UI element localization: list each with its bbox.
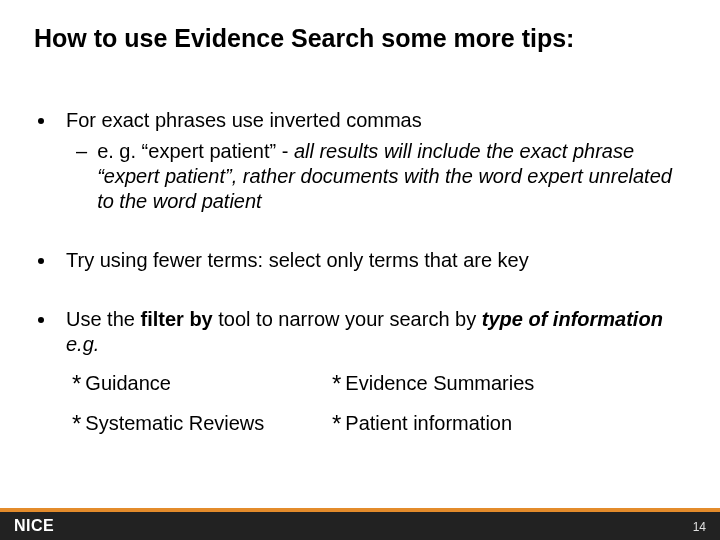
star-item-guidance: *Guidance xyxy=(72,369,312,399)
bullet-item-3: Use the filter by tool to narrow your se… xyxy=(34,307,680,357)
star-icon: * xyxy=(72,370,81,397)
b3-seg4: type of information xyxy=(482,308,663,330)
b3-seg5: e.g. xyxy=(66,333,99,355)
bullet-item-2: Try using fewer terms: select only terms… xyxy=(34,248,680,273)
star-grid: *Guidance *Evidence Summaries *Systemati… xyxy=(72,369,680,439)
spacer xyxy=(34,220,680,248)
star-item-patient-information: *Patient information xyxy=(332,409,680,439)
b3-seg1: Use the xyxy=(66,308,140,330)
spacer xyxy=(34,279,680,307)
sub-lead: e. g. “expert patient” - xyxy=(97,140,294,162)
star-label: Patient information xyxy=(345,412,512,434)
bullet-item-1: For exact phrases use inverted commas xyxy=(34,108,680,133)
slide: How to use Evidence Search some more tip… xyxy=(0,0,720,540)
nice-logo: NICE xyxy=(14,517,54,535)
star-icon: * xyxy=(332,370,341,397)
star-label: Guidance xyxy=(85,372,171,394)
bullet-2-text: Try using fewer terms: select only terms… xyxy=(66,248,529,273)
slide-body: For exact phrases use inverted commas – … xyxy=(34,108,680,439)
bullet-1-sub: – e. g. “expert patient” - all results w… xyxy=(76,139,680,214)
bullet-3-text: Use the filter by tool to narrow your se… xyxy=(66,307,680,357)
page-number: 14 xyxy=(693,520,706,534)
footer: NICE 14 xyxy=(0,512,720,540)
bullet-1-sub-text: e. g. “expert patient” - all results wil… xyxy=(97,139,680,214)
bullet-1-text: For exact phrases use inverted commas xyxy=(66,108,422,133)
star-item-systematic-reviews: *Systematic Reviews xyxy=(72,409,312,439)
star-label: Systematic Reviews xyxy=(85,412,264,434)
bullet-dot-icon xyxy=(38,118,44,124)
slide-title: How to use Evidence Search some more tip… xyxy=(34,24,686,53)
dash-icon: – xyxy=(76,139,87,164)
star-icon: * xyxy=(332,410,341,437)
b3-seg2: filter by xyxy=(140,308,212,330)
b3-seg3: tool to narrow your search by xyxy=(213,308,482,330)
bullet-dot-icon xyxy=(38,258,44,264)
bullet-dot-icon xyxy=(38,317,44,323)
star-item-evidence-summaries: *Evidence Summaries xyxy=(332,369,680,399)
star-icon: * xyxy=(72,410,81,437)
star-label: Evidence Summaries xyxy=(345,372,534,394)
